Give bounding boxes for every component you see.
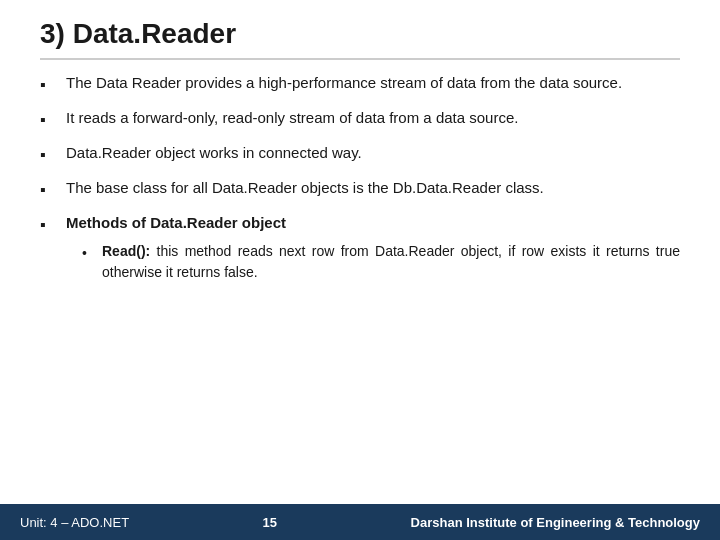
bullet-list: ▪ The Data Reader provides a high-perfor… [40, 72, 680, 283]
bullet-text-5: Methods of Data.Reader object • Read(): … [66, 212, 680, 283]
bullet-icon-3: ▪ [40, 143, 58, 167]
sub-bullet-bold-1: Read(): [102, 243, 150, 259]
bullet-item-4: ▪ The base class for all Data.Reader obj… [40, 177, 680, 202]
bullet-text-1: The Data Reader provides a high-performa… [66, 72, 680, 95]
footer: Unit: 4 – ADO.NET 15 Darshan Institute o… [0, 504, 720, 540]
bullet-icon-1: ▪ [40, 73, 58, 97]
footer-left: Unit: 4 – ADO.NET [20, 515, 129, 530]
slide-title: 3) Data.Reader [40, 18, 680, 60]
footer-center: 15 [263, 515, 277, 530]
sub-bullet-item-1: • Read(): this method reads next row fro… [82, 241, 680, 283]
sub-bullet-list: • Read(): this method reads next row fro… [66, 241, 680, 283]
bullet-icon-4: ▪ [40, 178, 58, 202]
sub-bullet-text-1: Read(): this method reads next row from … [102, 241, 680, 283]
bullet-item-1: ▪ The Data Reader provides a high-perfor… [40, 72, 680, 97]
bullet-text-3: Data.Reader object works in connected wa… [66, 142, 680, 165]
slide-container: 3) Data.Reader ▪ The Data Reader provide… [0, 0, 720, 540]
bullet-5-bold: Methods of Data.Reader object [66, 214, 286, 231]
bullet-item-5: ▪ Methods of Data.Reader object • Read()… [40, 212, 680, 283]
bullet-item-3: ▪ Data.Reader object works in connected … [40, 142, 680, 167]
sub-bullet-icon-1: • [82, 243, 96, 264]
sub-bullet-rest-1: this method reads next row from Data.Rea… [102, 243, 680, 280]
bullet-text-2: It reads a forward-only, read-only strea… [66, 107, 680, 130]
bullet-item-2: ▪ It reads a forward-only, read-only str… [40, 107, 680, 132]
bullet-icon-2: ▪ [40, 108, 58, 132]
footer-right: Darshan Institute of Engineering & Techn… [411, 515, 700, 530]
bullet-text-4: The base class for all Data.Reader objec… [66, 177, 680, 200]
bullet-icon-5: ▪ [40, 213, 58, 237]
main-content: 3) Data.Reader ▪ The Data Reader provide… [0, 0, 720, 504]
